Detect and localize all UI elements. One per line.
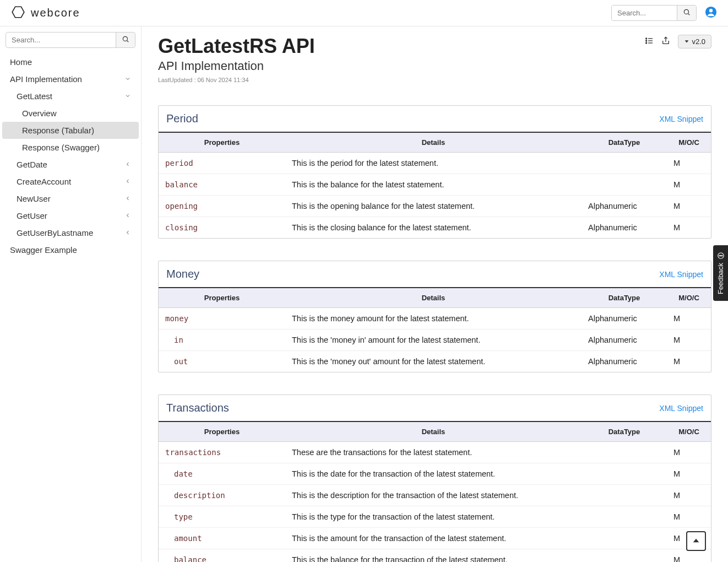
sidebar-search-input[interactable] — [6, 33, 116, 47]
sidebar-item-getuserbylastname[interactable]: GetUserByLastname — [0, 224, 141, 241]
table-header-datatype: DataType — [582, 288, 667, 308]
caret-down-icon — [684, 37, 689, 46]
sidebar-item-overview[interactable]: Overview — [0, 105, 141, 122]
app-name: webcore — [31, 7, 80, 19]
version-dropdown[interactable]: v2.0 — [678, 35, 711, 48]
sidebar-item-getuser[interactable]: GetUser — [0, 207, 141, 224]
sidebar-item-home[interactable]: Home — [0, 53, 141, 71]
table-row: openingThis is the opening balance for t… — [159, 196, 711, 217]
page-subtitle: API Implementation — [158, 59, 315, 73]
table-header-properties: Properties — [159, 288, 285, 308]
chevron-down-icon — [124, 75, 131, 84]
sidebar-item-swagger-example[interactable]: Swagger Example — [0, 241, 141, 258]
svg-point-18 — [719, 255, 720, 256]
sidebar-item-label: GetUser — [17, 211, 47, 220]
main-content: GetLatestRS API API Implementation LastU… — [142, 26, 728, 562]
sidebar-item-response-tabular-[interactable]: Response (Tabular) — [2, 122, 139, 139]
svg-point-1 — [684, 9, 688, 14]
property-cell: description — [159, 485, 285, 506]
details-cell: This is the type for the transaction of … — [285, 506, 582, 528]
table-row: periodThis is the period for the latest … — [159, 153, 711, 174]
table-header-properties: Properties — [159, 133, 285, 153]
sidebar-item-label: Overview — [22, 109, 57, 118]
section-title: Period — [166, 112, 198, 125]
table-header-details: Details — [285, 422, 582, 442]
feedback-tab[interactable]: Feedback — [713, 245, 728, 301]
table-header-properties: Properties — [159, 422, 285, 442]
details-cell: This is the closing balance for the late… — [285, 217, 582, 239]
toolbar: v2.0 — [645, 35, 711, 48]
search-button[interactable] — [677, 6, 696, 20]
section-header: TransactionsXML Snippet — [159, 395, 711, 422]
header-right — [611, 5, 717, 21]
details-cell: This is the date for the transaction of … — [285, 463, 582, 485]
chevron-left-icon — [124, 194, 131, 203]
sidebar-item-label: CreateAccount — [17, 177, 71, 186]
sidebar-search-button[interactable] — [116, 33, 135, 47]
logo-group[interactable]: webcore — [11, 5, 80, 21]
sidebar-item-label: Home — [10, 57, 32, 67]
details-cell: This is the balance for the transaction … — [285, 549, 582, 563]
xml-snippet-link[interactable]: XML Snippet — [659, 404, 703, 413]
sidebar-item-label: Swagger Example — [10, 245, 77, 255]
svg-line-6 — [127, 40, 128, 42]
moc-cell: M — [667, 174, 711, 196]
properties-table: PropertiesDetailsDataTypeM/O/CperiodThis… — [159, 133, 711, 238]
table-row: inThis is the 'money in' amount for the … — [159, 329, 711, 351]
sidebar-item-api-implementation[interactable]: API Implementation — [0, 71, 141, 88]
sidebar-item-getdate[interactable]: GetDate — [0, 156, 141, 173]
sidebar-item-newuser[interactable]: NewUser — [0, 190, 141, 207]
datatype-cell: Alphanumeric — [582, 217, 667, 239]
details-cell: This is the description for the transact… — [285, 485, 582, 506]
properties-table: PropertiesDetailsDataTypeM/O/Ctransactio… — [159, 422, 711, 562]
datatype-cell — [582, 485, 667, 506]
datatype-cell — [582, 506, 667, 528]
table-row: moneyThis is the money amount for the la… — [159, 308, 711, 329]
svg-point-5 — [123, 36, 127, 41]
table-row: outThis is the 'money out' amount for th… — [159, 351, 711, 372]
sidebar-item-response-swagger-[interactable]: Response (Swagger) — [0, 139, 141, 156]
details-cell: This is the amount for the transaction o… — [285, 528, 582, 549]
section-header: PeriodXML Snippet — [159, 106, 711, 133]
xml-snippet-link[interactable]: XML Snippet — [659, 115, 703, 123]
sidebar: HomeAPI ImplementationGetLatestOverviewR… — [0, 26, 142, 562]
property-cell: period — [159, 153, 285, 174]
header: webcore — [0, 0, 728, 26]
property-cell: opening — [159, 196, 285, 217]
svg-marker-19 — [693, 538, 699, 542]
xml-snippet-link[interactable]: XML Snippet — [659, 270, 703, 279]
moc-cell: M — [667, 442, 711, 463]
property-cell: date — [159, 463, 285, 485]
toc-icon[interactable] — [645, 36, 654, 47]
header-search — [611, 5, 697, 21]
chevron-down-icon — [124, 92, 131, 101]
table-row: dateThis is the date for the transaction… — [159, 463, 711, 485]
share-icon[interactable] — [661, 36, 670, 47]
details-cell: This is the 'money out' amount for the l… — [285, 351, 582, 372]
sidebar-item-getlatest[interactable]: GetLatest — [0, 88, 141, 105]
moc-cell: M — [667, 196, 711, 217]
search-input[interactable] — [612, 6, 677, 20]
table-header-datatype: DataType — [582, 133, 667, 153]
table-row: transactionsThese are the transactions f… — [159, 442, 711, 463]
table-row: balanceThis is the balance for the lates… — [159, 174, 711, 196]
moc-cell: M — [667, 351, 711, 372]
version-label: v2.0 — [692, 37, 705, 46]
moc-cell: M — [667, 506, 711, 528]
details-cell: This is the opening balance for the late… — [285, 196, 582, 217]
scroll-to-top-button[interactable] — [686, 531, 706, 551]
nav-list: HomeAPI ImplementationGetLatestOverviewR… — [0, 53, 141, 258]
chevron-left-icon — [124, 212, 131, 220]
moc-cell: M — [667, 463, 711, 485]
svg-line-2 — [688, 13, 689, 15]
table-header-details: Details — [285, 288, 582, 308]
details-cell: This is the balance for the latest state… — [285, 174, 582, 196]
sidebar-item-createaccount[interactable]: CreateAccount — [0, 173, 141, 190]
svg-point-16 — [722, 255, 722, 256]
datatype-cell — [582, 442, 667, 463]
search-icon — [683, 8, 691, 18]
avatar-icon[interactable] — [705, 6, 717, 20]
details-cell: This is the period for the latest statem… — [285, 153, 582, 174]
property-cell: amount — [159, 528, 285, 549]
property-cell: type — [159, 506, 285, 528]
